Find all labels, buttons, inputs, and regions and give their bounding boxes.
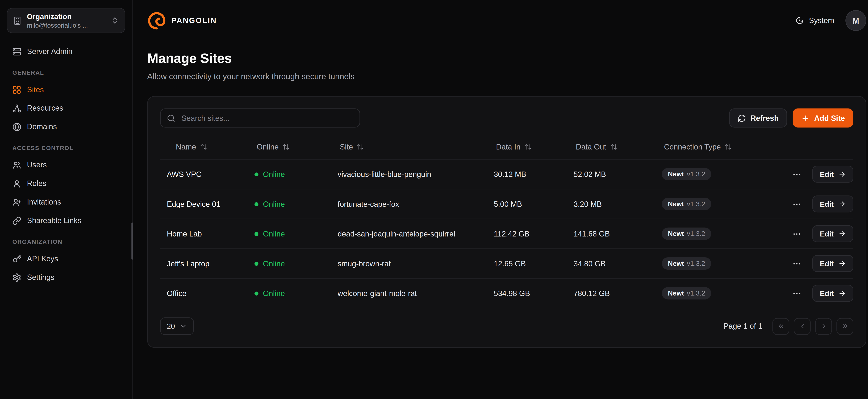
- add-site-button[interactable]: Add Site: [793, 109, 854, 128]
- column-header-label: Data In: [496, 142, 521, 151]
- online-status-label: Online: [263, 259, 285, 268]
- sidebar-item-users[interactable]: Users: [7, 156, 125, 174]
- arrow-right-icon: [838, 289, 846, 297]
- connection-type-cell: Newt v1.3.2: [655, 227, 781, 240]
- ellipsis-icon: [792, 229, 801, 239]
- layout-grid-icon: [12, 85, 21, 94]
- moon-icon: [796, 16, 804, 25]
- pangolin-logo-icon: [147, 11, 166, 30]
- org-selector[interactable]: Organization milo@fossorial.io's ...: [7, 8, 125, 33]
- row-actions-cell: [781, 195, 806, 212]
- sidebar-item-resources[interactable]: Resources: [7, 99, 125, 118]
- sidebar-item-invitations[interactable]: Invitations: [7, 193, 125, 211]
- connection-client-version: v1.3.2: [687, 231, 705, 237]
- row-actions-button[interactable]: [788, 166, 805, 183]
- connection-type-badge: Newt v1.3.2: [662, 287, 711, 300]
- chevrons-left-icon: [777, 323, 784, 330]
- column-header-online[interactable]: Online: [248, 142, 331, 151]
- sidebar-item-roles[interactable]: Roles: [7, 174, 125, 193]
- data-in-value: 112.42 GB: [487, 229, 567, 238]
- sidebar-scrollbar-thumb[interactable]: [131, 222, 133, 259]
- edit-button[interactable]: Edit: [813, 166, 854, 183]
- column-header-data-in[interactable]: Data In: [487, 142, 567, 151]
- page-content: Manage Sites Allow connectivity to your …: [133, 41, 868, 348]
- search-input[interactable]: [180, 113, 353, 123]
- column-header-name[interactable]: Name: [160, 142, 248, 151]
- sidebar-nav: Server Admin GENERAL Sites Resources Dom…: [7, 42, 125, 287]
- first-page-button[interactable]: [772, 318, 789, 335]
- edit-label: Edit: [820, 289, 834, 298]
- connection-client-name: Newt: [668, 171, 684, 178]
- sidebar-item-settings[interactable]: Settings: [7, 268, 125, 287]
- column-header-label: Data Out: [576, 142, 606, 151]
- online-dot: [254, 202, 258, 206]
- row-actions-button[interactable]: [788, 285, 805, 302]
- arrow-right-icon: [838, 200, 846, 208]
- arrow-right-icon: [838, 259, 846, 267]
- plus-icon: [801, 114, 810, 122]
- data-in-value: 5.00 MB: [487, 200, 567, 208]
- site-tunnel-name: smug-brown-rat: [331, 259, 487, 268]
- data-out-value: 52.02 MB: [567, 170, 655, 179]
- data-out-value: 141.68 GB: [567, 229, 655, 238]
- column-header-label: Name: [176, 142, 196, 151]
- app-viewport: Organization milo@fossorial.io's ... Ser…: [0, 0, 868, 399]
- refresh-button[interactable]: Refresh: [729, 109, 787, 128]
- connection-client-version: v1.3.2: [687, 260, 705, 267]
- connection-type-badge: Newt v1.3.2: [662, 168, 711, 180]
- site-status: Online: [248, 170, 331, 179]
- sidebar-section-label: ORGANIZATION: [12, 238, 120, 246]
- rows-per-page-select[interactable]: 20: [160, 317, 194, 335]
- table-body: AWS VPC Online vivacious-little-blue-pen…: [160, 159, 853, 308]
- page-indicator: Page 1 of 1: [723, 322, 762, 330]
- table-row: AWS VPC Online vivacious-little-blue-pen…: [160, 159, 853, 189]
- sidebar-item-server-admin[interactable]: Server Admin: [7, 42, 125, 61]
- column-header-data-out[interactable]: Data Out: [567, 142, 655, 151]
- row-actions-cell: [781, 255, 806, 272]
- connection-type-badge: Newt v1.3.2: [662, 257, 711, 270]
- chevrons-up-down-icon: [111, 16, 119, 25]
- rows-per-page-value: 20: [167, 322, 175, 330]
- column-header-label: Site: [340, 142, 353, 151]
- row-actions-cell: [781, 166, 806, 183]
- connection-client-name: Newt: [668, 231, 684, 237]
- site-tunnel-name: welcome-giant-mole-rat: [331, 289, 487, 298]
- site-name: Jeff's Laptop: [160, 259, 248, 268]
- sort-icon: [283, 143, 290, 150]
- edit-button[interactable]: Edit: [813, 255, 854, 272]
- table-row: Jeff's Laptop Online smug-brown-rat 12.6…: [160, 248, 853, 278]
- sidebar-item-domains[interactable]: Domains: [7, 117, 125, 136]
- row-actions-button[interactable]: [788, 225, 805, 242]
- sidebar-item-label: Users: [27, 161, 47, 169]
- key-icon: [12, 254, 21, 263]
- column-header-site[interactable]: Site: [331, 142, 487, 151]
- sidebar-item-label: Invitations: [27, 198, 61, 206]
- theme-toggle[interactable]: System: [796, 16, 834, 25]
- sort-icon: [725, 143, 732, 150]
- online-status-label: Online: [263, 289, 285, 298]
- column-header-connection-type[interactable]: Connection Type: [655, 142, 781, 151]
- connection-type-cell: Newt v1.3.2: [655, 198, 781, 210]
- edit-button[interactable]: Edit: [813, 225, 854, 242]
- edit-button[interactable]: Edit: [813, 195, 854, 212]
- server-icon: [12, 47, 21, 56]
- brand[interactable]: PANGOLIN: [147, 11, 217, 30]
- edit-button[interactable]: Edit: [813, 285, 854, 302]
- last-page-button[interactable]: [836, 318, 853, 335]
- row-actions-button[interactable]: [788, 255, 805, 272]
- sidebar-item-label: Resources: [27, 104, 63, 113]
- app-root: Organization milo@fossorial.io's ... Ser…: [0, 0, 868, 399]
- sidebar-item-api-keys[interactable]: API Keys: [7, 249, 125, 268]
- globe-icon: [12, 122, 21, 131]
- next-page-button[interactable]: [815, 318, 832, 335]
- gear-icon: [12, 273, 21, 282]
- site-name: Edge Device 01: [160, 200, 248, 208]
- row-actions-button[interactable]: [788, 195, 805, 212]
- connection-type-badge: Newt v1.3.2: [662, 198, 711, 210]
- user-avatar[interactable]: M: [845, 10, 866, 31]
- brand-name: PANGOLIN: [172, 16, 217, 25]
- sidebar-item-shareable-links[interactable]: Shareable Links: [7, 211, 125, 230]
- sidebar-item-sites[interactable]: Sites: [7, 81, 125, 99]
- prev-page-button[interactable]: [794, 318, 810, 335]
- table-row: Edge Device 01 Online fortunate-cape-fox…: [160, 189, 853, 219]
